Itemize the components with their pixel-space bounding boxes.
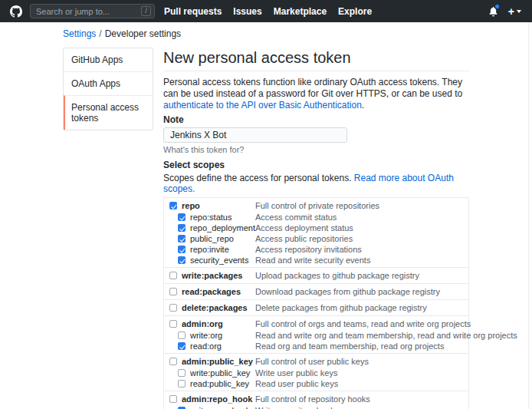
scope-checkbox-public_repo[interactable] — [178, 235, 186, 242]
nav-marketplace[interactable]: Marketplace — [274, 6, 327, 17]
basic-auth-link[interactable]: authenticate to the API over Basic Authe… — [163, 100, 362, 110]
scope-checkbox-security_events[interactable] — [178, 256, 186, 264]
scope-description: Full control of private repositories — [255, 201, 379, 210]
breadcrumb: Settings/Developer settings — [63, 28, 532, 39]
sidebar-item-personal-access-tokens[interactable]: Personal access tokens — [64, 95, 153, 130]
settings-sidebar: GitHub Apps OAuth Apps Personal access t… — [63, 48, 153, 130]
nav-explore[interactable]: Explore — [338, 6, 372, 17]
nav-pull-requests[interactable]: Pull requests — [164, 6, 222, 17]
breadcrumb-current: Developer settings — [105, 28, 181, 39]
create-new-dropdown[interactable]: + — [508, 6, 521, 17]
scope-row-admin:org: admin:orgFull control of orgs and teams,… — [164, 318, 468, 330]
page-body: GitHub Apps OAuth Apps Personal access t… — [0, 48, 532, 409]
scope-group: write:packagesUpload packages to github … — [164, 268, 468, 284]
header-nav: Pull requests Issues Marketplace Explore — [164, 6, 372, 17]
scope-name: repo:invite — [190, 245, 229, 254]
select-scopes-label: Select scopes — [163, 160, 469, 170]
scope-row-write:org: write:orgRead and write org and team mem… — [164, 330, 468, 341]
scope-name: admin:org — [182, 319, 223, 328]
scope-checkbox-read:public_key[interactable] — [178, 380, 186, 388]
scope-name-cell: read:packages — [169, 287, 255, 296]
scope-name-cell: security_events — [169, 256, 255, 265]
scope-name-cell: write:public_key — [169, 368, 255, 378]
scope-name: write:org — [190, 331, 222, 340]
scope-name-cell: public_repo — [169, 234, 255, 243]
scope-checkbox-write:public_key[interactable] — [178, 369, 186, 377]
scope-group: admin:public_keyFull control of user pub… — [164, 354, 468, 391]
scope-name-cell: delete:packages — [169, 303, 255, 312]
scope-row-read:public_key: read:public_keyRead user public keys — [164, 378, 468, 389]
scope-checkbox-repo[interactable] — [169, 202, 177, 209]
scope-name: admin:public_key — [182, 357, 253, 366]
scope-description: Write repository hooks — [255, 406, 339, 409]
scope-name: repo_deployment — [190, 223, 255, 233]
scope-row-read:packages: read:packagesDownload packages from gith… — [164, 285, 468, 298]
scope-description: Delete packages from github package regi… — [255, 303, 427, 312]
scope-name-cell: admin:public_key — [169, 357, 255, 366]
scope-name-cell: admin:repo_hook — [169, 394, 255, 404]
scope-group: admin:orgFull control of orgs and teams,… — [164, 316, 468, 354]
scope-name-cell: repo:invite — [169, 245, 255, 254]
scope-name: admin:repo_hook — [182, 394, 252, 404]
scope-checkbox-repo_deployment[interactable] — [178, 224, 186, 232]
scope-description: Access public repositories — [255, 234, 353, 243]
scope-group: repoFull control of private repositories… — [164, 198, 468, 268]
header-search: / — [30, 4, 155, 18]
scope-description: Full control of orgs and teams, read and… — [255, 319, 471, 328]
scopes-description: Scopes define the access for personal to… — [163, 173, 469, 194]
scope-name: public_repo — [190, 234, 234, 243]
scope-checkbox-write:org[interactable] — [178, 331, 186, 339]
scope-description: Access repository invitations — [255, 245, 362, 254]
note-help-text: What's this token for? — [163, 145, 469, 154]
note-input[interactable] — [163, 127, 347, 143]
scope-name-cell: write:packages — [169, 271, 255, 280]
scope-checkbox-delete:packages[interactable] — [169, 304, 177, 312]
scope-name: repo — [182, 201, 200, 210]
scope-checkbox-write:packages[interactable] — [169, 272, 177, 279]
scope-description: Write user public keys — [255, 368, 337, 378]
breadcrumb-settings-link[interactable]: Settings — [63, 28, 96, 39]
scope-row-write:packages: write:packagesUpload packages to github … — [164, 269, 468, 282]
breadcrumb-separator: / — [99, 28, 101, 39]
scope-name-cell: write:repo_hook — [169, 406, 255, 409]
scope-name-cell: write:org — [169, 331, 255, 340]
scope-group: delete:packagesDelete packages from gith… — [164, 300, 468, 316]
scope-name-cell: read:org — [169, 341, 255, 351]
scope-name: delete:packages — [182, 303, 248, 312]
scope-row-write:repo_hook: write:repo_hookWrite repository hooks — [164, 405, 468, 409]
scope-name: write:public_key — [190, 368, 250, 378]
scope-row-admin:repo_hook: admin:repo_hookFull control of repositor… — [164, 393, 468, 405]
scope-description: Access commit status — [255, 213, 337, 222]
scope-row-public_repo: public_repoAccess public repositories — [164, 233, 468, 244]
scope-name: security_events — [190, 256, 248, 265]
chevron-down-icon — [517, 10, 521, 15]
scope-checkbox-admin:org[interactable] — [169, 320, 177, 328]
scope-table: repoFull control of private repositories… — [163, 197, 469, 409]
scope-checkbox-read:packages[interactable] — [169, 288, 177, 295]
nav-issues[interactable]: Issues — [233, 6, 261, 17]
scope-row-delete:packages: delete:packagesDelete packages from gith… — [164, 302, 468, 314]
scope-name: read:packages — [182, 287, 241, 296]
main-content: New personal access token Personal acces… — [163, 48, 469, 409]
sidebar-item-oauth-apps[interactable]: OAuth Apps — [64, 71, 153, 95]
sidebar-item-github-apps[interactable]: GitHub Apps — [64, 48, 153, 71]
scope-checkbox-repo:invite[interactable] — [178, 246, 186, 253]
scope-description: Download packages from github package re… — [255, 287, 440, 296]
search-input[interactable] — [36, 7, 141, 16]
global-header: / Pull requests Issues Marketplace Explo… — [0, 0, 532, 22]
scope-description: Full control of repository hooks — [255, 394, 370, 404]
search-shortcut-hint: / — [141, 6, 151, 16]
notifications-bell-icon[interactable] — [488, 6, 498, 17]
scope-description: Upload packages to github package regist… — [255, 271, 419, 280]
scope-row-admin:public_key: admin:public_keyFull control of user pub… — [164, 355, 468, 368]
scope-checkbox-admin:repo_hook[interactable] — [169, 395, 177, 403]
scope-row-repo:status: repo:statusAccess commit status — [164, 212, 468, 223]
github-logo-icon[interactable] — [10, 5, 22, 18]
scope-name: write:repo_hook — [190, 406, 250, 409]
vertical-scrollbar[interactable] — [528, 22, 532, 409]
scope-checkbox-repo:status[interactable] — [178, 213, 186, 221]
scope-name-cell: repo:status — [169, 213, 255, 222]
scope-checkbox-read:org[interactable] — [178, 342, 186, 350]
header-right: + — [488, 6, 521, 17]
scope-checkbox-admin:public_key[interactable] — [169, 358, 177, 365]
